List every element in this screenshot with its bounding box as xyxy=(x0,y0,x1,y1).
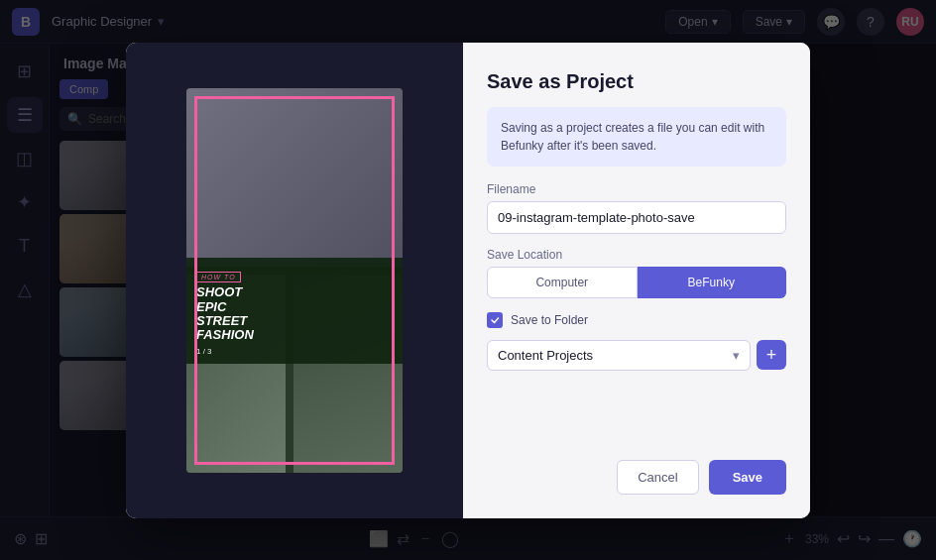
filename-input[interactable] xyxy=(487,201,786,234)
plus-icon: + xyxy=(766,345,777,366)
preview-overlay: HOW TO SHOOT EPIC STREET FASHION 1 / 3 xyxy=(186,258,403,363)
preview-how-to: HOW TO xyxy=(196,272,241,282)
save-location-row: Computer BeFunky xyxy=(487,267,786,298)
location-befunky-btn[interactable]: BeFunky xyxy=(638,267,787,298)
save-project-button[interactable]: Save xyxy=(709,460,786,495)
dialog-canvas-preview: HOW TO SHOOT EPIC STREET FASHION 1 / 3 xyxy=(186,88,403,473)
dialog-overlay: HOW TO SHOOT EPIC STREET FASHION 1 / 3 S… xyxy=(0,0,936,560)
save-dialog: HOW TO SHOOT EPIC STREET FASHION 1 / 3 S… xyxy=(126,43,810,518)
folder-name: Content Projects xyxy=(498,348,593,363)
cancel-button[interactable]: Cancel xyxy=(617,460,698,495)
dialog-actions: Cancel Save xyxy=(487,460,786,495)
info-box: Saving as a project creates a file you c… xyxy=(487,107,786,167)
checkmark-icon xyxy=(490,315,500,325)
preview-top-image xyxy=(186,88,403,267)
preview-main-text: SHOOT EPIC STREET FASHION xyxy=(196,285,393,342)
save-to-folder-label: Save to Folder xyxy=(511,313,588,327)
folder-chevron-icon: ▾ xyxy=(733,348,740,363)
dialog-title: Save as Project xyxy=(487,70,786,93)
location-computer-btn[interactable]: Computer xyxy=(487,267,638,298)
folder-select[interactable]: Content Projects ▾ xyxy=(487,340,751,371)
dialog-right-panel: Save as Project Saving as a project crea… xyxy=(463,43,810,518)
save-to-folder-checkbox[interactable] xyxy=(487,312,503,328)
preview-page-num: 1 / 3 xyxy=(196,347,393,356)
dialog-left-panel: HOW TO SHOOT EPIC STREET FASHION 1 / 3 xyxy=(126,43,463,518)
save-to-folder-row: Save to Folder xyxy=(487,312,786,328)
filename-label: Filename xyxy=(487,182,786,196)
add-folder-button[interactable]: + xyxy=(757,340,786,370)
save-location-label: Save Location xyxy=(487,248,786,262)
folder-select-row: Content Projects ▾ + xyxy=(487,340,786,371)
